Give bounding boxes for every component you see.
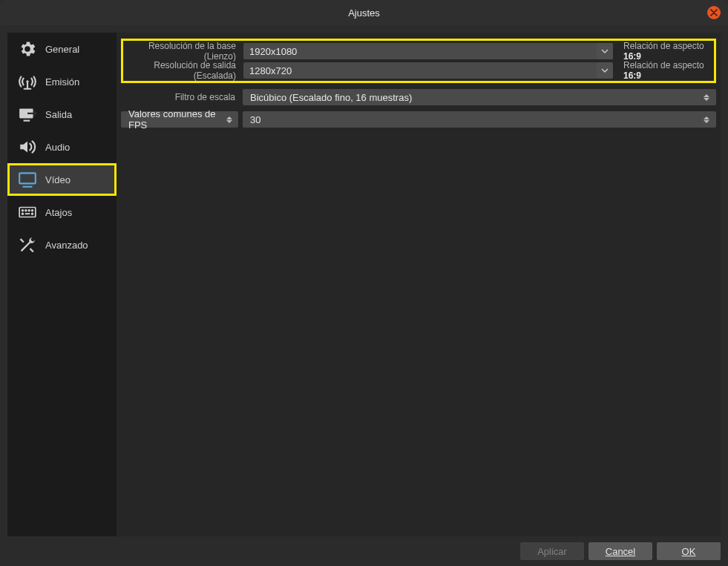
- label-output-resolution: Resolución de salida (Escalada): [125, 60, 239, 81]
- spinner-arrows-icon: [701, 116, 712, 123]
- chevron-down-icon: [597, 62, 613, 79]
- ok-button[interactable]: OK: [657, 542, 721, 560]
- tools-icon: [17, 234, 38, 255]
- sidebar-item-label: Atajos: [45, 207, 72, 218]
- sidebar-item-stream[interactable]: Emisión: [7, 65, 117, 98]
- svg-point-14: [32, 213, 33, 214]
- row-scale-filter: Filtro de escala Bicúbico (Escalado fino…: [121, 88, 716, 107]
- sidebar-item-video[interactable]: Vídeo: [7, 163, 117, 196]
- sidebar-item-audio[interactable]: Audio: [7, 131, 117, 163]
- cancel-button[interactable]: Cancel: [588, 542, 652, 560]
- base-resolution-combo[interactable]: 1920x1080: [243, 43, 613, 59]
- window-title: Ajustes: [348, 7, 380, 19]
- aspect-prefix: Relación de aspecto: [623, 60, 704, 70]
- label-base-resolution: Resolución de la base (Lienzo): [125, 41, 239, 62]
- fps-mode-value: Valores comunes de FPS: [128, 108, 225, 131]
- apply-button[interactable]: Aplicar: [520, 542, 584, 560]
- cancel-button-label: Cancel: [606, 546, 635, 557]
- aspect-ratio-value: 16:9: [623, 70, 641, 81]
- scale-filter-select[interactable]: Bicúbico (Escalado fino, 16 muestras): [243, 89, 716, 105]
- sidebar-item-general[interactable]: General: [7, 33, 117, 65]
- fps-value-select[interactable]: 30: [243, 111, 716, 128]
- sidebar-item-advanced[interactable]: Avanzado: [7, 228, 117, 261]
- label-scale-filter: Filtro de escala: [121, 92, 238, 102]
- settings-panel-video: Resolución de la base (Lienzo) 1920x1080…: [117, 33, 721, 536]
- output-resolution-value: 1280x720: [249, 65, 292, 76]
- svg-point-8: [22, 210, 24, 211]
- svg-point-12: [22, 213, 24, 214]
- svg-rect-7: [19, 208, 36, 217]
- scale-filter-value: Bicúbico (Escalado fino, 16 muestras): [250, 92, 412, 103]
- monitor-icon: [17, 169, 38, 190]
- content-row: General Emisión Salida Audio: [7, 33, 721, 536]
- svg-point-9: [25, 210, 27, 211]
- sidebar-item-hotkeys[interactable]: Atajos: [7, 196, 117, 228]
- close-icon: [710, 9, 718, 16]
- fps-mode-select[interactable]: Valores comunes de FPS: [121, 111, 238, 128]
- ok-button-label: OK: [682, 546, 696, 557]
- keyboard-icon: [17, 202, 38, 223]
- row-fps: Valores comunes de FPS 30: [121, 110, 716, 129]
- row-output-resolution: Resolución de salida (Escalada) 1280x720…: [125, 61, 712, 80]
- close-button[interactable]: [707, 6, 721, 19]
- spinner-arrows-icon: [701, 94, 712, 101]
- svg-point-11: [32, 210, 33, 211]
- chevron-down-icon: [597, 43, 613, 59]
- gear-icon: [17, 39, 38, 59]
- sidebar-item-label: Avanzado: [45, 240, 88, 251]
- sidebar: General Emisión Salida Audio: [7, 33, 117, 536]
- aspect-prefix: Relación de aspecto: [623, 41, 704, 51]
- fps-value: 30: [250, 114, 260, 125]
- highlighted-resolution-group: Resolución de la base (Lienzo) 1920x1080…: [121, 39, 716, 83]
- settings-body: General Emisión Salida Audio: [0, 25, 728, 566]
- speaker-icon: [17, 136, 38, 157]
- broadcast-icon: [17, 71, 38, 92]
- sidebar-item-label: Vídeo: [45, 174, 70, 185]
- titlebar: Ajustes: [0, 0, 728, 25]
- svg-rect-5: [19, 173, 36, 183]
- base-resolution-value: 1920x1080: [249, 46, 297, 57]
- dialog-footer: Aplicar Cancel OK: [520, 542, 721, 560]
- spinner-arrows-icon: [225, 116, 234, 123]
- output-aspect-label: Relación de aspecto 16:9: [617, 60, 712, 81]
- output-resolution-combo[interactable]: 1280x720: [243, 62, 613, 79]
- sidebar-item-label: Salida: [45, 109, 72, 120]
- row-base-resolution: Resolución de la base (Lienzo) 1920x1080…: [125, 42, 712, 61]
- sidebar-item-label: Audio: [45, 142, 70, 153]
- svg-point-10: [28, 210, 30, 211]
- sidebar-item-label: General: [45, 44, 79, 55]
- sidebar-item-label: Emisión: [45, 76, 79, 88]
- output-icon: [17, 104, 38, 125]
- sidebar-item-output[interactable]: Salida: [7, 98, 117, 131]
- base-aspect-label: Relación de aspecto 16:9: [617, 41, 712, 62]
- apply-button-label: Aplicar: [537, 546, 567, 557]
